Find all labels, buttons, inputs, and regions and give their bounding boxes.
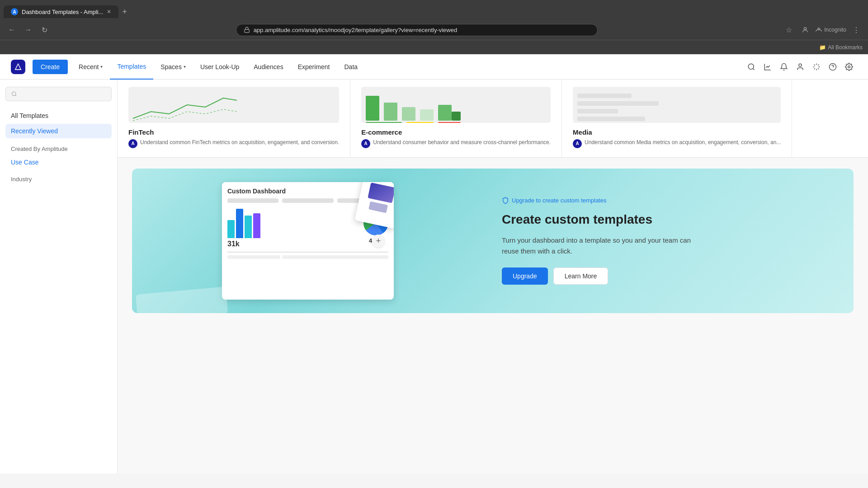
- nav-item-audiences[interactable]: Audiences: [246, 54, 290, 80]
- svg-rect-11: [402, 107, 415, 121]
- lock-icon: [244, 27, 250, 33]
- bell-icon: [780, 63, 788, 71]
- media-template-icon: A: [573, 139, 582, 148]
- forward-button[interactable]: →: [22, 23, 34, 36]
- dash-cell-1: [227, 198, 278, 203]
- ecommerce-template-icon: A: [361, 139, 370, 148]
- svg-point-4: [799, 64, 802, 66]
- settings-button[interactable]: [841, 59, 857, 75]
- template-card-fintech[interactable]: FinTech A Understand common FinTech metr…: [118, 80, 350, 157]
- svg-rect-15: [366, 122, 402, 123]
- stat-1: 31k: [227, 240, 358, 248]
- incognito-icon: [815, 26, 822, 33]
- create-button[interactable]: Create: [33, 60, 68, 74]
- svg-point-3: [748, 64, 754, 69]
- reload-button[interactable]: ↻: [38, 23, 51, 36]
- nav-item-user-lookup[interactable]: User Look-Up: [193, 54, 246, 80]
- svg-point-7: [848, 66, 850, 68]
- browser-chrome: A Dashboard Templates - Ampli... ✕ + ← →…: [0, 0, 868, 54]
- upgrade-badge: Upgrade to create custom templates: [502, 197, 835, 204]
- user-button[interactable]: [792, 59, 808, 75]
- svg-point-1: [804, 28, 807, 30]
- template-card-ecommerce[interactable]: E-commerce A Understand consumer behavio…: [350, 80, 562, 157]
- upgrade-button[interactable]: Upgrade: [502, 267, 548, 285]
- main-content: FinTech A Understand common FinTech metr…: [118, 80, 868, 474]
- bookmark-star-button[interactable]: ☆: [783, 23, 795, 36]
- footer-row-2: [282, 255, 388, 259]
- ecommerce-chart-preview: [361, 87, 470, 123]
- svg-rect-16: [406, 122, 434, 123]
- svg-rect-0: [244, 29, 249, 32]
- nav-item-experiment[interactable]: Experiment: [291, 54, 337, 80]
- sidebar-search-icon: [11, 91, 17, 97]
- content-area: All Templates Recently Viewed Created By…: [0, 80, 868, 474]
- templates-scroll-area: FinTech A Understand common FinTech metr…: [118, 80, 868, 158]
- promo-actions: Upgrade Learn More: [502, 267, 835, 285]
- svg-rect-9: [366, 96, 379, 121]
- footer-row-1: [227, 255, 280, 259]
- analytics-button[interactable]: [760, 59, 776, 75]
- app-logo[interactable]: [11, 60, 25, 74]
- fintech-preview: [128, 87, 339, 123]
- sidebar: All Templates Recently Viewed Created By…: [0, 80, 118, 474]
- fintech-chart-preview: [128, 87, 237, 123]
- integrations-button[interactable]: [808, 59, 825, 75]
- promo-content: Upgrade to create custom templates Creat…: [484, 169, 854, 313]
- template-card-media[interactable]: Media A Understand common Media metrics …: [562, 80, 792, 157]
- url-text: app.amplitude.com/analytics/moodjoy2/tem…: [254, 27, 458, 33]
- profile-button[interactable]: [799, 23, 811, 36]
- doc-block-secondary: [368, 201, 388, 213]
- new-tab-button[interactable]: +: [118, 5, 131, 19]
- sidebar-item-recently-viewed[interactable]: Recently Viewed: [5, 124, 112, 138]
- nav-item-templates[interactable]: Templates: [110, 54, 153, 80]
- puzzle-icon: [812, 63, 821, 71]
- svg-rect-14: [452, 112, 461, 121]
- dash-divider: [227, 252, 388, 253]
- gear-icon: [845, 63, 853, 71]
- promo-card: Custom Dashboard: [132, 169, 854, 313]
- amplitude-logo-icon: [14, 62, 23, 71]
- recent-chevron-icon: ▾: [100, 64, 103, 69]
- promo-description: Turn your dashboard into a template so y…: [502, 235, 692, 257]
- promo-title: Create custom templates: [502, 211, 835, 228]
- add-widget-button[interactable]: +: [372, 235, 385, 247]
- media-template-desc: A Understand common Media metrics on acq…: [573, 139, 781, 148]
- chart-icon: [764, 63, 772, 71]
- dash-bar-chart: [227, 206, 358, 238]
- sidebar-item-use-case[interactable]: Use Case: [5, 156, 112, 169]
- search-box[interactable]: [5, 87, 112, 101]
- tab-close-button[interactable]: ✕: [107, 9, 111, 15]
- nav-item-spaces[interactable]: Spaces ▾: [153, 54, 193, 80]
- notifications-button[interactable]: [776, 59, 792, 75]
- tab-title: Dashboard Templates - Ampli...: [22, 9, 103, 15]
- svg-rect-19: [577, 101, 659, 106]
- nav-item-recent[interactable]: Recent ▾: [71, 54, 110, 80]
- dash-footer-rows: [227, 255, 388, 259]
- ecommerce-template-name: E-commerce: [361, 128, 551, 136]
- media-template-name: Media: [573, 128, 781, 136]
- search-icon: [747, 63, 755, 71]
- fintech-template-desc: A Understand common FinTech metrics on a…: [128, 139, 339, 148]
- address-bar[interactable]: app.amplitude.com/analytics/moodjoy2/tem…: [236, 24, 598, 36]
- bar-3: [245, 216, 252, 238]
- svg-rect-20: [577, 109, 618, 113]
- main-section: Custom Dashboard: [118, 158, 868, 324]
- doc-block-main: [368, 182, 394, 203]
- bar-4: [253, 213, 260, 238]
- nav-item-data[interactable]: Data: [337, 54, 365, 80]
- search-input[interactable]: [21, 90, 106, 98]
- browser-controls: ← → ↻ app.amplitude.com/analytics/moodjo…: [0, 20, 868, 40]
- help-icon: [829, 63, 837, 71]
- svg-rect-18: [577, 94, 632, 98]
- menu-button[interactable]: ⋮: [850, 23, 863, 36]
- sidebar-item-all-templates[interactable]: All Templates: [5, 108, 112, 123]
- learn-more-button[interactable]: Learn More: [553, 267, 609, 285]
- all-bookmarks[interactable]: 📁 All Bookmarks: [819, 44, 863, 51]
- dashboard-mock: Custom Dashboard: [222, 182, 394, 300]
- help-button[interactable]: [825, 59, 841, 75]
- active-tab[interactable]: A Dashboard Templates - Ampli... ✕: [4, 5, 118, 18]
- back-button[interactable]: ←: [5, 23, 18, 36]
- search-button[interactable]: [743, 59, 760, 75]
- media-preview: [573, 87, 781, 123]
- profile-icon: [802, 26, 809, 33]
